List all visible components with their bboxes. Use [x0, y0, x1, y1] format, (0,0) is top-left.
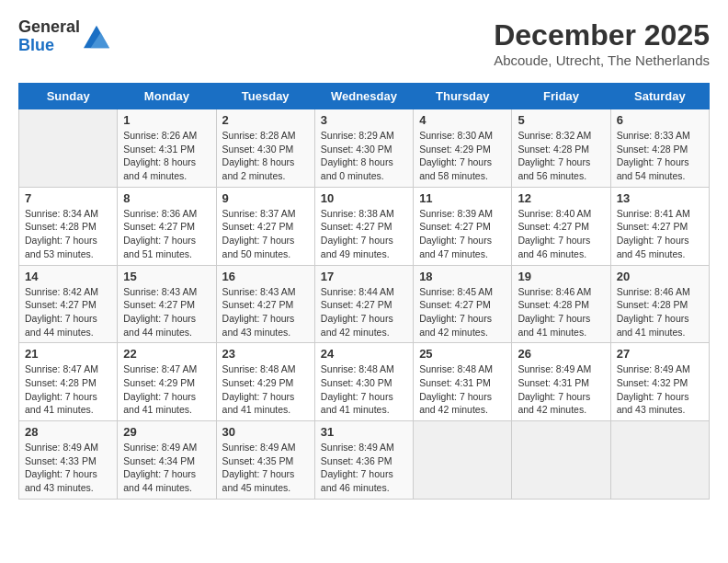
day-info: Sunrise: 8:44 AMSunset: 4:27 PMDaylight:… [321, 285, 407, 339]
day-cell-9: 9Sunrise: 8:37 AMSunset: 4:27 PMDaylight… [216, 187, 314, 265]
day-info: Sunrise: 8:42 AMSunset: 4:27 PMDaylight:… [25, 285, 111, 339]
day-cell-5: 5Sunrise: 8:32 AMSunset: 4:28 PMDaylight… [512, 109, 610, 188]
day-cell-26: 26Sunrise: 8:49 AMSunset: 4:31 PMDayligh… [512, 343, 610, 421]
day-number: 26 [518, 347, 604, 361]
logo-blue: Blue [18, 37, 80, 55]
day-info: Sunrise: 8:48 AMSunset: 4:30 PMDaylight:… [321, 362, 407, 417]
day-info: Sunrise: 8:41 AMSunset: 4:27 PMDaylight:… [617, 207, 703, 261]
day-cell-30: 30Sunrise: 8:49 AMSunset: 4:35 PMDayligh… [216, 421, 314, 500]
day-info: Sunrise: 8:48 AMSunset: 4:31 PMDaylight:… [419, 362, 506, 417]
day-header-saturday: Saturday [610, 84, 709, 109]
day-info: Sunrise: 8:29 AMSunset: 4:30 PMDaylight:… [321, 129, 407, 183]
page-header: General Blue December 2025 Abcoude, Utre… [18, 18, 710, 68]
day-number: 1 [123, 113, 210, 127]
calendar-week-4: 21Sunrise: 8:47 AMSunset: 4:28 PMDayligh… [19, 343, 710, 421]
empty-cell [512, 421, 610, 500]
day-info: Sunrise: 8:49 AMSunset: 4:33 PMDaylight:… [25, 441, 111, 495]
day-info: Sunrise: 8:49 AMSunset: 4:32 PMDaylight:… [617, 362, 703, 417]
day-number: 21 [25, 347, 111, 361]
day-cell-31: 31Sunrise: 8:49 AMSunset: 4:36 PMDayligh… [314, 421, 413, 500]
day-header-thursday: Thursday [414, 84, 512, 109]
day-cell-10: 10Sunrise: 8:38 AMSunset: 4:27 PMDayligh… [314, 187, 413, 265]
day-number: 18 [419, 270, 506, 283]
day-number: 30 [222, 425, 309, 439]
logo-icon [84, 24, 109, 50]
day-cell-12: 12Sunrise: 8:40 AMSunset: 4:27 PMDayligh… [512, 187, 610, 265]
day-cell-11: 11Sunrise: 8:39 AMSunset: 4:27 PMDayligh… [414, 187, 512, 265]
day-cell-22: 22Sunrise: 8:47 AMSunset: 4:29 PMDayligh… [118, 343, 216, 421]
calendar-week-3: 14Sunrise: 8:42 AMSunset: 4:27 PMDayligh… [19, 265, 710, 343]
day-info: Sunrise: 8:30 AMSunset: 4:29 PMDaylight:… [419, 129, 506, 183]
day-header-sunday: Sunday [19, 84, 118, 109]
day-number: 10 [321, 191, 407, 205]
logo-general: General [18, 18, 80, 37]
day-info: Sunrise: 8:37 AMSunset: 4:27 PMDaylight:… [222, 207, 309, 261]
day-info: Sunrise: 8:26 AMSunset: 4:31 PMDaylight:… [123, 129, 210, 183]
day-cell-20: 20Sunrise: 8:46 AMSunset: 4:28 PMDayligh… [610, 265, 709, 343]
day-number: 9 [222, 191, 309, 205]
day-info: Sunrise: 8:49 AMSunset: 4:35 PMDaylight:… [222, 441, 309, 495]
day-header-tuesday: Tuesday [216, 84, 314, 109]
day-info: Sunrise: 8:36 AMSunset: 4:27 PMDaylight:… [123, 207, 210, 261]
day-number: 8 [123, 191, 210, 205]
day-header-monday: Monday [118, 84, 216, 109]
subtitle: Abcoude, Utrecht, The Netherlands [494, 52, 710, 68]
day-info: Sunrise: 8:32 AMSunset: 4:28 PMDaylight:… [518, 129, 604, 183]
day-info: Sunrise: 8:47 AMSunset: 4:28 PMDaylight:… [25, 362, 111, 417]
day-cell-4: 4Sunrise: 8:30 AMSunset: 4:29 PMDaylight… [414, 109, 512, 188]
day-info: Sunrise: 8:47 AMSunset: 4:29 PMDaylight:… [123, 362, 210, 417]
day-number: 12 [518, 191, 604, 205]
day-number: 3 [321, 113, 407, 127]
day-info: Sunrise: 8:28 AMSunset: 4:30 PMDaylight:… [222, 129, 309, 183]
day-cell-14: 14Sunrise: 8:42 AMSunset: 4:27 PMDayligh… [19, 265, 118, 343]
day-info: Sunrise: 8:40 AMSunset: 4:27 PMDaylight:… [518, 207, 604, 261]
day-number: 23 [222, 347, 309, 361]
day-info: Sunrise: 8:49 AMSunset: 4:36 PMDaylight:… [321, 441, 407, 495]
day-cell-23: 23Sunrise: 8:48 AMSunset: 4:29 PMDayligh… [216, 343, 314, 421]
day-cell-13: 13Sunrise: 8:41 AMSunset: 4:27 PMDayligh… [610, 187, 709, 265]
day-cell-24: 24Sunrise: 8:48 AMSunset: 4:30 PMDayligh… [314, 343, 413, 421]
day-cell-28: 28Sunrise: 8:49 AMSunset: 4:33 PMDayligh… [19, 421, 118, 500]
day-number: 31 [321, 425, 407, 439]
empty-cell [414, 421, 512, 500]
calendar-header-row: SundayMondayTuesdayWednesdayThursdayFrid… [19, 84, 710, 109]
day-cell-1: 1Sunrise: 8:26 AMSunset: 4:31 PMDaylight… [118, 109, 216, 188]
calendar-week-5: 28Sunrise: 8:49 AMSunset: 4:33 PMDayligh… [19, 421, 710, 500]
logo: General Blue [18, 18, 109, 55]
day-number: 27 [617, 347, 703, 361]
calendar-week-2: 7Sunrise: 8:34 AMSunset: 4:28 PMDaylight… [19, 187, 710, 265]
day-cell-7: 7Sunrise: 8:34 AMSunset: 4:28 PMDaylight… [19, 187, 118, 265]
day-cell-6: 6Sunrise: 8:33 AMSunset: 4:28 PMDaylight… [610, 109, 709, 188]
day-cell-17: 17Sunrise: 8:44 AMSunset: 4:27 PMDayligh… [314, 265, 413, 343]
day-cell-21: 21Sunrise: 8:47 AMSunset: 4:28 PMDayligh… [19, 343, 118, 421]
day-info: Sunrise: 8:34 AMSunset: 4:28 PMDaylight:… [25, 207, 111, 261]
day-number: 15 [123, 270, 210, 283]
title-block: December 2025 Abcoude, Utrecht, The Neth… [494, 18, 710, 68]
day-number: 22 [123, 347, 210, 361]
day-header-friday: Friday [512, 84, 610, 109]
empty-cell [19, 109, 118, 188]
day-info: Sunrise: 8:49 AMSunset: 4:34 PMDaylight:… [123, 441, 210, 495]
day-info: Sunrise: 8:43 AMSunset: 4:27 PMDaylight:… [222, 285, 309, 339]
day-info: Sunrise: 8:38 AMSunset: 4:27 PMDaylight:… [321, 207, 407, 261]
day-cell-19: 19Sunrise: 8:46 AMSunset: 4:28 PMDayligh… [512, 265, 610, 343]
day-number: 6 [617, 113, 703, 127]
day-cell-25: 25Sunrise: 8:48 AMSunset: 4:31 PMDayligh… [414, 343, 512, 421]
day-info: Sunrise: 8:46 AMSunset: 4:28 PMDaylight:… [518, 285, 604, 339]
day-cell-8: 8Sunrise: 8:36 AMSunset: 4:27 PMDaylight… [118, 187, 216, 265]
day-number: 5 [518, 113, 604, 127]
day-cell-18: 18Sunrise: 8:45 AMSunset: 4:27 PMDayligh… [414, 265, 512, 343]
day-number: 20 [617, 270, 703, 283]
day-number: 13 [617, 191, 703, 205]
day-number: 16 [222, 270, 309, 283]
day-number: 25 [419, 347, 506, 361]
day-cell-16: 16Sunrise: 8:43 AMSunset: 4:27 PMDayligh… [216, 265, 314, 343]
day-cell-2: 2Sunrise: 8:28 AMSunset: 4:30 PMDaylight… [216, 109, 314, 188]
day-number: 7 [25, 191, 111, 205]
day-number: 19 [518, 270, 604, 283]
day-header-wednesday: Wednesday [314, 84, 413, 109]
day-number: 11 [419, 191, 506, 205]
day-number: 29 [123, 425, 210, 439]
day-number: 24 [321, 347, 407, 361]
day-info: Sunrise: 8:39 AMSunset: 4:27 PMDaylight:… [419, 207, 506, 261]
